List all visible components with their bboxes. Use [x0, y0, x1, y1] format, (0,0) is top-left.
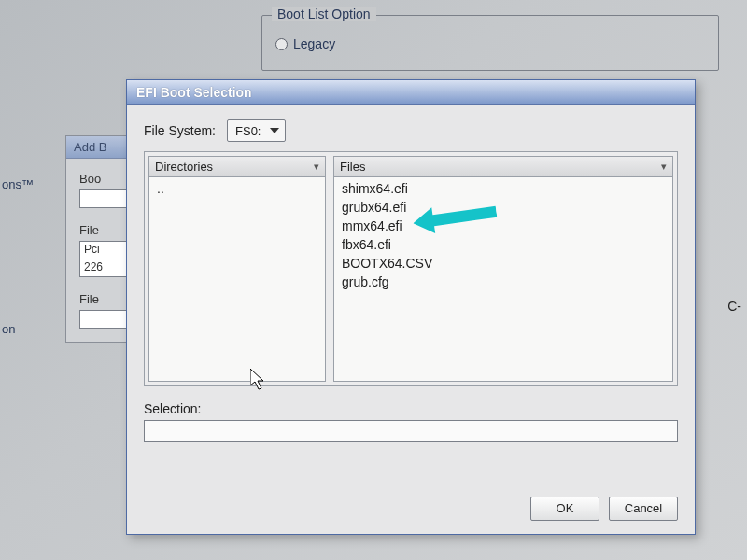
- list-item[interactable]: mmx64.efi: [340, 217, 667, 234]
- list-item[interactable]: fbx64.efi: [340, 236, 667, 253]
- directories-pane: Directories ▾ ..: [148, 156, 326, 382]
- list-item[interactable]: grub.cfg: [340, 273, 667, 290]
- pci-text: Pci: [84, 243, 100, 256]
- radio-icon: [275, 38, 288, 50]
- dialog-title: EFI Boot Selection: [136, 85, 252, 100]
- left-edge-fragment: ons™ on: [0, 177, 56, 336]
- boot-list-legend: Boot List Option: [272, 7, 376, 21]
- files-header: Files: [340, 160, 365, 174]
- filesystem-value: FS0:: [235, 124, 261, 138]
- filesystem-label: File System:: [144, 123, 216, 138]
- directories-header: Directories: [155, 160, 213, 174]
- dialog-titlebar: EFI Boot Selection: [127, 80, 695, 105]
- chevron-down-icon: [270, 128, 279, 133]
- files-pane: Files ▾ shimx64.efi grubx64.efi mmx64.ef…: [333, 156, 673, 382]
- filter-icon[interactable]: ▾: [661, 161, 667, 173]
- cancel-button[interactable]: Cancel: [609, 497, 678, 521]
- filter-icon[interactable]: ▾: [314, 161, 319, 173]
- left-edge-text-1: ons™: [2, 177, 56, 191]
- list-item[interactable]: grubx64.efi: [340, 199, 667, 216]
- selection-input[interactable]: [144, 420, 678, 442]
- list-item[interactable]: ..: [155, 180, 319, 197]
- list-item[interactable]: shimx64.efi: [340, 180, 667, 197]
- left-edge-text-2: on: [2, 322, 56, 336]
- selection-label: Selection:: [144, 401, 678, 416]
- right-fragment: C-: [727, 299, 741, 314]
- ok-button[interactable]: OK: [530, 497, 599, 521]
- filesystem-combo[interactable]: FS0:: [227, 119, 286, 142]
- legacy-radio-row[interactable]: Legacy: [275, 36, 705, 51]
- directories-list[interactable]: ..: [149, 177, 325, 381]
- boot-list-groupbox: Boot List Option Legacy: [261, 15, 719, 71]
- efi-boot-selection-dialog: EFI Boot Selection File System: FS0: Dir…: [126, 79, 696, 535]
- background-bios-area: Boot List Option Legacy: [233, 0, 747, 80]
- pci-num: 226: [84, 260, 103, 273]
- legacy-radio-label: Legacy: [293, 36, 335, 51]
- file-browser-panes: Directories ▾ .. Files ▾ shimx64.efi gru…: [144, 151, 678, 386]
- files-list[interactable]: shimx64.efi grubx64.efi mmx64.efi fbx64.…: [334, 177, 672, 381]
- list-item[interactable]: BOOTX64.CSV: [340, 255, 667, 272]
